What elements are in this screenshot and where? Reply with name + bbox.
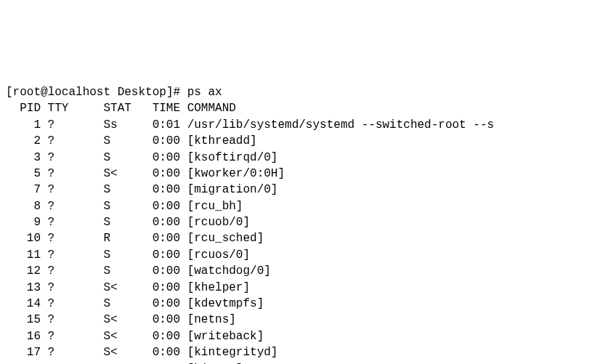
process-row: 5 ? S< 0:00 [kworker/0:0H]	[6, 167, 285, 180]
process-row: 2 ? S 0:00 [kthreadd]	[6, 134, 257, 147]
process-row: 12 ? S 0:00 [watchdog/0]	[6, 264, 271, 278]
prompt-prefix: [	[6, 86, 13, 99]
prompt-host: localhost	[48, 86, 110, 99]
header-row: PID TTY STAT TIME COMMAND	[6, 102, 236, 115]
command-input[interactable]: ps ax	[187, 86, 222, 99]
process-row: 1 ? Ss 0:01 /usr/lib/systemd/systemd --s…	[6, 118, 494, 132]
prompt-symbol: #	[173, 86, 180, 99]
prompt-cwd: Desktop	[118, 86, 166, 99]
process-row: 13 ? S< 0:00 [khelper]	[6, 281, 250, 294]
process-row: 17 ? S< 0:00 [kintegrityd]	[6, 346, 277, 359]
process-row: 9 ? S 0:00 [rcuob/0]	[6, 216, 250, 229]
process-row: 8 ? S 0:00 [rcu_bh]	[6, 200, 243, 213]
process-row: 3 ? S 0:00 [ksoftirqd/0]	[6, 151, 277, 164]
process-row: 14 ? S 0:00 [kdevtmpfs]	[6, 297, 264, 310]
prompt-line: [root@localhost Desktop]# ps ax	[6, 86, 222, 99]
process-row: 11 ? S 0:00 [rcuos/0]	[6, 248, 250, 262]
terminal-output: [root@localhost Desktop]# ps ax PID TTY …	[6, 68, 586, 364]
process-row: 7 ? S 0:00 [migration/0]	[6, 183, 277, 196]
process-row: 15 ? S< 0:00 [netns]	[6, 313, 236, 326]
prompt-user: root	[13, 86, 41, 99]
process-row: 10 ? R 0:00 [rcu_sched]	[6, 232, 264, 245]
prompt-at: @	[41, 86, 48, 99]
process-row: 16 ? S< 0:00 [writeback]	[6, 330, 264, 343]
